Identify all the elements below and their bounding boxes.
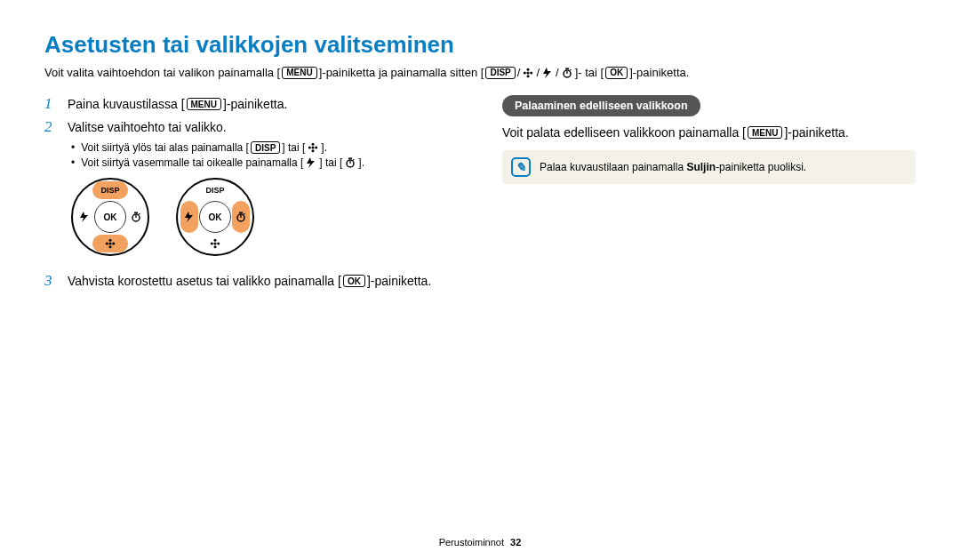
disp-icon: DISP	[485, 67, 515, 79]
b1-b: ] tai [	[282, 141, 305, 154]
return-a: Voit palata edelliseen valikkoon painama…	[502, 125, 746, 140]
info-icon: ✎	[511, 157, 531, 177]
flash-icon	[305, 156, 317, 169]
ok-center: OK	[199, 201, 231, 233]
page-title: Asetusten tai valikkojen valitseminen	[44, 31, 916, 59]
step3-b: ]-painiketta.	[367, 274, 431, 288]
bullet-updown: Voit siirtyä ylös tai alas painamalla [ …	[71, 141, 458, 154]
step-number: 1	[44, 95, 59, 113]
timer-segment	[232, 201, 250, 233]
ok-center: OK	[94, 201, 126, 233]
timer-icon	[344, 156, 356, 169]
ok-icon: OK	[343, 275, 365, 287]
step-number: 3	[44, 272, 59, 290]
step-1: 1 Paina kuvaustilassa [ MENU ]-painikett…	[44, 95, 458, 113]
step-number: 2	[44, 118, 59, 136]
footer-page: 32	[510, 537, 521, 548]
step-2: 2 Valitse vaihtoehto tai valikko.	[44, 118, 458, 136]
wheel-vertical: DISP OK	[71, 178, 149, 256]
return-text: Voit palata edelliseen valikkoon painama…	[502, 125, 916, 140]
footer-section: Perustoiminnot	[439, 537, 504, 548]
step-3: 3 Vahvista korostettu asetus tai valikko…	[44, 272, 458, 290]
b2-a: Voit siirtyä vasemmalle tai oikealle pai…	[81, 156, 303, 169]
macro-segment	[197, 235, 233, 252]
intro-part3: ]- tai [	[575, 66, 604, 79]
left-column: 1 Paina kuvaustilassa [ MENU ]-painikett…	[44, 95, 458, 295]
subsection-pill: Palaaminen edelliseen valikkoon	[502, 95, 700, 116]
menu-icon: MENU	[748, 126, 782, 139]
b1-c: ].	[321, 141, 327, 154]
wheel-horizontal: DISP OK	[176, 178, 254, 256]
step1-b: ]-painiketta.	[223, 97, 287, 111]
note-bold: Suljin	[686, 161, 716, 173]
page-footer: Perustoiminnot 32	[0, 537, 960, 548]
menu-icon: MENU	[187, 98, 221, 110]
b1-a: Voit siirtyä ylös tai alas painamalla [	[81, 141, 249, 154]
intro-part1: Voit valita vaihtoehdon tai valikon pain…	[44, 66, 280, 79]
macro-segment	[92, 235, 128, 252]
note-text: Palaa kuvaustilaan painamalla Suljin-pai…	[540, 161, 806, 173]
intro-part2: ]-painiketta ja painamalla sitten [	[319, 66, 484, 79]
bullet-leftright: Voit siirtyä vasemmalle tai oikealle pai…	[71, 156, 458, 169]
b2-b: ] tai [	[319, 156, 342, 169]
flash-segment	[76, 201, 93, 233]
disp-segment: DISP	[197, 181, 233, 199]
b2-c: ].	[358, 156, 364, 169]
disp-segment: DISP	[92, 181, 128, 199]
step3-a: Vahvista korostettu asetus tai valikko p…	[68, 274, 341, 288]
nav-wheel-diagram: DISP OK DISP OK	[71, 178, 458, 256]
flash-icon	[541, 67, 554, 79]
macro-flower-icon	[522, 67, 534, 79]
info-note: ✎ Palaa kuvaustilaan painamalla Suljin-p…	[502, 150, 916, 184]
intro-text: Voit valita vaihtoehdon tai valikon pain…	[44, 66, 916, 79]
note-a: Palaa kuvaustilaan painamalla	[540, 161, 686, 173]
timer-segment	[127, 201, 145, 233]
disp-icon: DISP	[251, 141, 280, 154]
right-column: Palaaminen edelliseen valikkoon Voit pal…	[502, 95, 916, 295]
note-b: -painiketta puoliksi.	[716, 161, 806, 173]
timer-icon	[561, 67, 573, 79]
macro-flower-icon	[307, 141, 319, 154]
menu-icon: MENU	[282, 67, 316, 79]
return-b: ]-painiketta.	[784, 125, 848, 140]
step2-text: Valitse vaihtoehto tai valikko.	[68, 120, 227, 134]
flash-segment	[180, 201, 198, 233]
step1-a: Paina kuvaustilassa [	[68, 97, 185, 111]
intro-part4: ]-painiketta.	[629, 66, 689, 79]
ok-icon: OK	[605, 67, 628, 79]
